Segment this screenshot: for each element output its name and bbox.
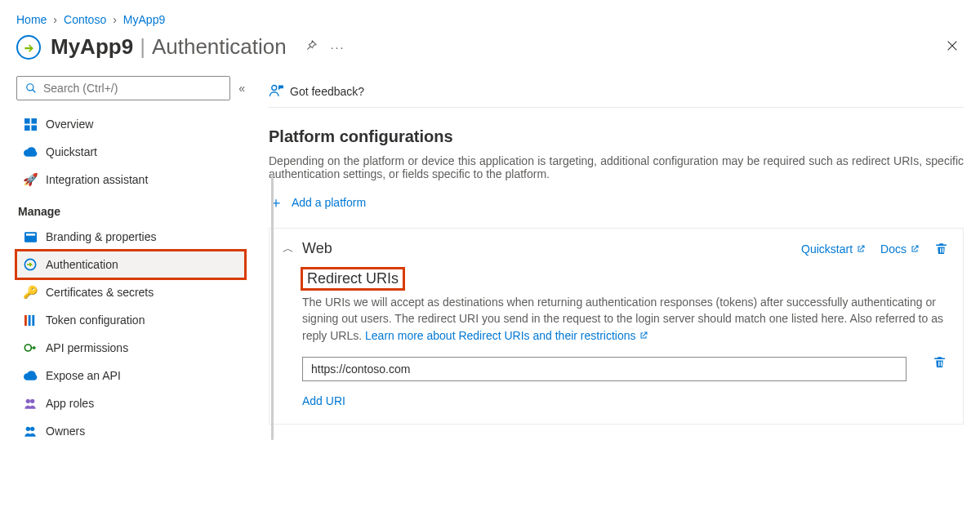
svg-line-3: [33, 90, 36, 93]
sidebar-item-overview[interactable]: Overview: [16, 110, 245, 138]
expose-icon: [23, 368, 38, 383]
close-icon[interactable]: [946, 39, 964, 55]
branding-icon: [23, 229, 38, 244]
svg-point-2: [27, 84, 33, 91]
svg-rect-5: [31, 118, 37, 124]
main-content: Got feedback? Platform configurations De…: [268, 76, 964, 425]
more-icon[interactable]: ···: [331, 41, 345, 54]
search-input-wrapper[interactable]: [16, 76, 230, 100]
web-card-title: Web: [302, 240, 332, 257]
redirect-learn-more-link[interactable]: Learn more about Redirect URIs and their…: [365, 329, 648, 342]
chevron-up-icon[interactable]: ︿: [281, 242, 296, 256]
svg-point-14: [24, 345, 31, 351]
sidebar-item-label: Expose an API: [46, 369, 121, 382]
sidebar-item-integration[interactable]: 🚀 Integration assistant: [16, 166, 245, 193]
nav-group-manage: Manage: [18, 205, 245, 218]
delete-platform-icon[interactable]: [934, 242, 948, 256]
sidebar-item-label: Authentication: [46, 258, 118, 271]
add-platform-label: Add a platform: [292, 196, 366, 209]
owners-icon: [23, 424, 38, 438]
sidebar: « Overview Quickstart 🚀 Integration assi…: [16, 76, 245, 445]
sidebar-item-quickstart[interactable]: Quickstart: [16, 138, 245, 166]
page-title-row: MyApp9 | Authentication ···: [16, 34, 964, 60]
sidebar-item-certificates[interactable]: 🔑 Certificates & secrets: [16, 278, 245, 306]
roles-icon: [23, 396, 38, 411]
sidebar-item-label: Owners: [46, 425, 85, 438]
redirect-uris-heading: Redirect URIs: [302, 269, 403, 289]
search-input[interactable]: [43, 82, 221, 95]
feedback-button[interactable]: Got feedback?: [269, 76, 964, 108]
external-link-icon: [639, 331, 648, 340]
chevron-right-icon: ›: [113, 13, 117, 26]
pin-icon[interactable]: [305, 39, 318, 55]
redirect-uri-input[interactable]: [302, 357, 906, 381]
collapse-sidebar-icon[interactable]: «: [238, 82, 245, 95]
auth-icon: [23, 257, 38, 272]
rocket-icon: 🚀: [23, 172, 38, 187]
external-link-icon: [910, 244, 920, 254]
sidebar-item-branding[interactable]: Branding & properties: [16, 223, 245, 251]
svg-point-19: [272, 86, 277, 91]
sidebar-item-label: Token configuration: [46, 314, 145, 327]
add-platform-button[interactable]: ＋ Add a platform: [269, 195, 366, 210]
sidebar-item-expose-api[interactable]: Expose an API: [16, 362, 245, 389]
app-icon: [16, 35, 41, 60]
token-icon: [23, 313, 38, 327]
web-docs-link[interactable]: Docs: [880, 242, 920, 256]
svg-rect-13: [32, 314, 34, 325]
sidebar-item-owners[interactable]: Owners: [16, 417, 245, 445]
breadcrumb-home[interactable]: Home: [16, 13, 47, 26]
platform-config-title: Platform configurations: [269, 127, 964, 146]
svg-rect-11: [24, 314, 27, 325]
breadcrumb: Home › Contoso › MyApp9: [16, 13, 964, 26]
sidebar-item-label: API permissions: [46, 341, 128, 354]
platform-config-desc: Depending on the platform or device this…: [269, 154, 964, 180]
key-icon: 🔑: [23, 285, 38, 300]
page-title: MyApp9 | Authentication: [51, 34, 287, 60]
search-icon: [25, 82, 37, 94]
svg-rect-7: [31, 125, 37, 131]
redirect-uris-desc: The URIs we will accept as destinations …: [302, 294, 948, 344]
feedback-icon: [269, 84, 283, 99]
svg-rect-9: [25, 233, 34, 236]
feedback-label: Got feedback?: [290, 85, 364, 98]
sidebar-item-label: Branding & properties: [46, 230, 156, 243]
sidebar-divider: [271, 174, 274, 440]
svg-rect-12: [28, 314, 30, 325]
sidebar-item-label: App roles: [46, 397, 94, 410]
web-quickstart-link[interactable]: Quickstart: [801, 242, 866, 256]
sidebar-item-label: Integration assistant: [46, 173, 148, 186]
svg-point-18: [30, 427, 34, 431]
sidebar-item-label: Overview: [46, 118, 93, 131]
breadcrumb-org[interactable]: Contoso: [64, 13, 106, 26]
page-title-section: Authentication: [152, 34, 287, 60]
svg-rect-6: [24, 125, 30, 131]
sidebar-item-api-permissions[interactable]: API permissions: [16, 334, 245, 362]
cloud-icon: [23, 145, 38, 159]
chevron-right-icon: ›: [53, 13, 57, 26]
delete-uri-icon[interactable]: [933, 355, 947, 369]
sidebar-item-label: Quickstart: [46, 145, 97, 158]
svg-rect-4: [24, 118, 30, 124]
sidebar-item-authentication[interactable]: Authentication: [16, 251, 245, 278]
sidebar-item-label: Certificates & secrets: [46, 286, 154, 299]
svg-point-15: [26, 399, 30, 403]
svg-point-17: [26, 427, 30, 431]
overview-icon: [23, 117, 38, 131]
external-link-icon: [856, 244, 866, 254]
breadcrumb-app[interactable]: MyApp9: [123, 13, 165, 26]
page-title-app: MyApp9: [51, 34, 133, 60]
svg-point-16: [30, 399, 34, 403]
add-uri-button[interactable]: Add URI: [302, 394, 345, 407]
sidebar-item-app-roles[interactable]: App roles: [16, 389, 245, 417]
api-perm-icon: [23, 340, 38, 355]
web-platform-card: ︿ Web Quickstart Docs Redirect U: [269, 228, 964, 425]
sidebar-item-token[interactable]: Token configuration: [16, 306, 245, 334]
